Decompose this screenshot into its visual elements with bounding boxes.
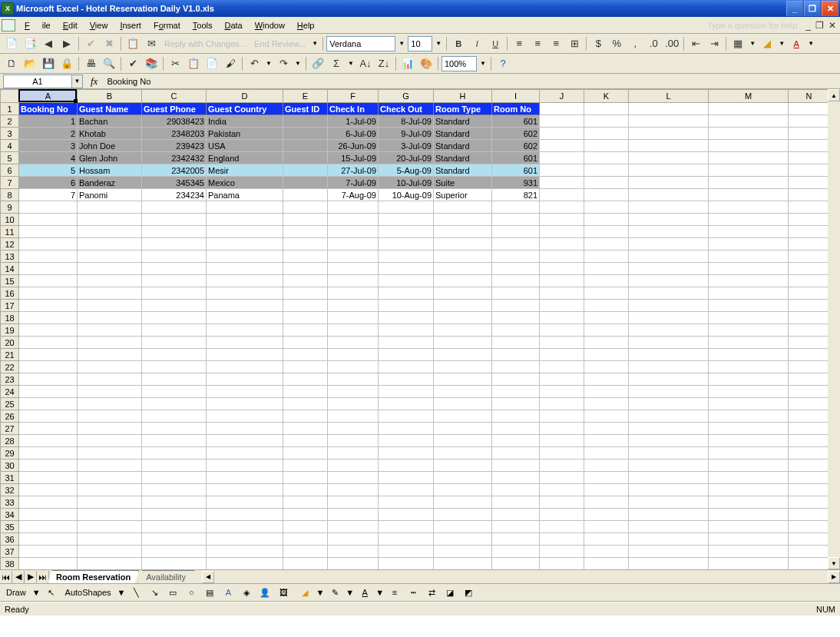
prev-comment-icon[interactable]: ◀	[40, 35, 57, 52]
sort-desc-icon[interactable]: Z↓	[375, 55, 392, 72]
cell[interactable]: 20-Jul-09	[379, 152, 434, 164]
row-header-35[interactable]: 35	[1, 521, 19, 533]
mdi-minimize[interactable]: _	[803, 18, 813, 32]
mdi-close[interactable]: ✕	[826, 18, 838, 32]
row-header-19[interactable]: 19	[1, 324, 19, 337]
new-comment-icon[interactable]: 📄	[3, 35, 20, 52]
cell[interactable]: 1-Jul-09	[328, 115, 379, 128]
line-color-icon[interactable]: ✎	[327, 585, 342, 600]
row-header-28[interactable]: 28	[1, 435, 19, 447]
zoom-input[interactable]: 100%	[441, 56, 477, 71]
cell[interactable]	[283, 128, 328, 140]
cell[interactable]: Suite	[434, 177, 492, 189]
row-header-29[interactable]: 29	[1, 447, 19, 460]
cell[interactable]: 3	[19, 140, 78, 152]
cell[interactable]: 821	[492, 189, 540, 201]
increase-indent-icon[interactable]: ⇥	[706, 35, 723, 52]
header-cell-C[interactable]: Guest Phone	[142, 103, 207, 115]
name-box[interactable]: A1	[3, 75, 72, 88]
row-header-22[interactable]: 22	[1, 361, 19, 373]
cell[interactable]	[283, 164, 328, 177]
row-header-24[interactable]: 24	[1, 386, 19, 398]
line-icon[interactable]: ╲	[128, 585, 144, 600]
row-header-33[interactable]: 33	[1, 496, 19, 509]
vertical-scrollbar[interactable]: ▲ ▼	[828, 89, 840, 569]
mdi-restore[interactable]: ❐	[813, 18, 826, 32]
cell[interactable]: 3-Jul-09	[379, 140, 434, 152]
hyperlink-icon[interactable]: 🔗	[309, 55, 326, 72]
cell[interactable]	[283, 115, 328, 128]
sort-asc-icon[interactable]: A↓	[357, 55, 374, 72]
show-comment-icon[interactable]: 📑	[21, 35, 38, 52]
cell[interactable]: 1	[19, 115, 78, 128]
font-color-icon[interactable]: A	[788, 35, 805, 52]
cell[interactable]: 2342432	[142, 152, 207, 164]
cell[interactable]: India	[207, 115, 283, 128]
review-dropdown[interactable]: ▼	[310, 40, 319, 47]
row-header-6[interactable]: 6	[1, 164, 19, 177]
menu-insert[interactable]: Insert	[114, 19, 147, 32]
save-icon[interactable]: 💾	[40, 55, 57, 72]
scroll-right-icon[interactable]: ▶	[828, 571, 840, 583]
print-icon[interactable]: 🖶	[82, 55, 99, 72]
header-cell-H[interactable]: Room Type	[434, 103, 492, 115]
select-objects-icon[interactable]: ↖	[44, 585, 59, 600]
menu-file[interactable]: File	[18, 19, 57, 32]
drawing-icon[interactable]: 🎨	[418, 55, 435, 72]
row-header-7[interactable]: 7	[1, 177, 19, 189]
draw-menu[interactable]: Draw	[3, 588, 29, 597]
wordart-icon[interactable]: A	[220, 585, 236, 600]
column-header-N[interactable]: N	[789, 90, 830, 103]
help-icon[interactable]: ?	[494, 55, 511, 72]
cell[interactable]: USA	[207, 140, 283, 152]
column-header-I[interactable]: I	[492, 90, 540, 103]
undo-icon[interactable]: ↶	[246, 55, 263, 72]
row-header-11[interactable]: 11	[1, 226, 19, 238]
row-header-2[interactable]: 2	[1, 115, 19, 128]
formula-content[interactable]: Booking No	[105, 77, 840, 86]
row-header-32[interactable]: 32	[1, 484, 19, 496]
menu-help[interactable]: Help	[291, 19, 321, 32]
clipart-icon[interactable]: 👤	[257, 585, 273, 600]
textbox-icon[interactable]: ▤	[202, 585, 217, 600]
font-size-input[interactable]	[408, 36, 432, 51]
cell[interactable]: 601	[492, 164, 540, 177]
arrow-style-icon[interactable]: ⇄	[424, 585, 439, 600]
column-header-K[interactable]: K	[584, 90, 629, 103]
next-comment-icon[interactable]: ▶	[58, 35, 75, 52]
cell[interactable]: 8-Jul-09	[379, 115, 434, 128]
row-header-5[interactable]: 5	[1, 152, 19, 164]
cell[interactable]: Banderaz	[78, 177, 142, 189]
accept-icon[interactable]: ✔	[82, 35, 99, 52]
increase-decimal-icon[interactable]: .0	[645, 35, 662, 52]
column-header-J[interactable]: J	[540, 90, 584, 103]
sheet-tab-availability[interactable]: Availability	[137, 570, 194, 583]
align-right-icon[interactable]: ≡	[547, 35, 564, 52]
row-header-13[interactable]: 13	[1, 250, 19, 263]
row-header-20[interactable]: 20	[1, 337, 19, 349]
cell[interactable]: 6	[19, 177, 78, 189]
scroll-down-icon[interactable]: ▼	[828, 557, 840, 569]
track-changes-icon[interactable]: 📋	[124, 35, 141, 52]
column-header-F[interactable]: F	[328, 90, 379, 103]
column-header-G[interactable]: G	[379, 90, 434, 103]
shadow-icon[interactable]: ◪	[442, 585, 458, 600]
cell[interactable]: 345345	[142, 177, 207, 189]
percent-icon[interactable]: %	[608, 35, 625, 52]
cell[interactable]: Standard	[434, 115, 492, 128]
cell[interactable]: 10-Jul-09	[379, 177, 434, 189]
decrease-decimal-icon[interactable]: .00	[663, 35, 680, 52]
align-center-icon[interactable]: ≡	[529, 35, 546, 52]
tab-nav-last[interactable]: ⏭	[37, 571, 49, 583]
column-header-D[interactable]: D	[207, 90, 283, 103]
menu-window[interactable]: Window	[249, 19, 291, 32]
cell[interactable]: 9-Jul-09	[379, 128, 434, 140]
row-header-4[interactable]: 4	[1, 140, 19, 152]
format-painter-icon[interactable]: 🖌	[222, 55, 239, 72]
spelling-icon[interactable]: ✔	[124, 55, 141, 72]
cell[interactable]: Superior	[434, 189, 492, 201]
cell[interactable]: Bachan	[78, 115, 142, 128]
cell[interactable]	[283, 189, 328, 201]
cell[interactable]: Mexico	[207, 177, 283, 189]
cell[interactable]: Mesir	[207, 164, 283, 177]
